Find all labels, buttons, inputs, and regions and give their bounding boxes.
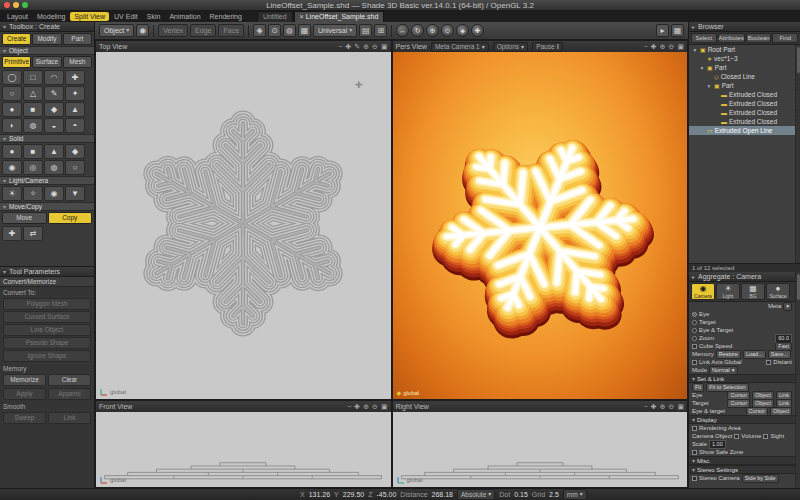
tree-row[interactable]: ▭Extruded Open Line·· (689, 126, 800, 135)
aggregate-tab-camera[interactable]: ◉Camera (691, 283, 715, 300)
pers-view-canvas[interactable]: ◆ global (393, 52, 688, 399)
axis-indicator[interactable]: global (100, 388, 126, 396)
tree-row[interactable]: ▬Extruded Closed·· (689, 90, 800, 99)
eye-target-cursor-button[interactable]: Cursor (746, 407, 769, 416)
primitive-shape-1-icon[interactable]: □ (23, 70, 43, 85)
zoom-out-icon[interactable]: − (644, 402, 648, 411)
manipulator-5-icon[interactable]: ✚ (471, 24, 484, 37)
pencil-icon[interactable]: ✎ (354, 42, 360, 51)
primitive-shape-8-icon[interactable]: ● (2, 102, 22, 117)
browser-scrollbar[interactable] (795, 45, 800, 263)
eye-target-radio[interactable] (692, 328, 697, 333)
misc-section[interactable]: ▾Misc. (689, 456, 795, 465)
zoom-in-icon[interactable]: ✚ (354, 402, 360, 411)
magnify-out-icon[interactable]: ⊖ (372, 42, 378, 51)
light-camera-3-icon[interactable]: ▼ (65, 186, 85, 201)
show-safe-zone-checkbox[interactable] (692, 450, 697, 455)
grid-tool-0-icon[interactable]: ▤ (359, 24, 372, 37)
right-view-canvas[interactable]: global (393, 412, 688, 487)
solid-section-header[interactable]: ▾ Solid (0, 134, 94, 143)
append-button[interactable]: Append (48, 388, 91, 400)
move-copy-section-header[interactable]: ▾ Move/Copy (0, 202, 94, 211)
tree-row[interactable]: ▾▣Part·· (689, 81, 800, 90)
maximize-view-icon[interactable]: ▣ (677, 402, 684, 411)
light-camera-section-header[interactable]: ▾ Light/Camera (0, 176, 94, 185)
convert-option-2[interactable]: Line Object (3, 324, 91, 336)
aggregate-tab-bg[interactable]: ▦BG (741, 283, 765, 300)
magnify-out-icon[interactable]: ⊖ (669, 402, 675, 411)
primitive-tab[interactable]: Primitive (2, 56, 31, 68)
tree-row[interactable]: ∗vec*1~3·· (689, 54, 800, 63)
eye-target-object-button[interactable]: Object (770, 407, 792, 416)
primitive-shape-15-icon[interactable]: ◓ (65, 118, 85, 133)
primitive-shape-2-icon[interactable]: ◠ (44, 70, 64, 85)
primitive-shape-6-icon[interactable]: ✎ (44, 86, 64, 101)
axis-indicator[interactable]: global (100, 476, 126, 484)
browser-tab-select[interactable]: Select (691, 33, 717, 43)
distant-checkbox[interactable] (766, 360, 771, 365)
cube-speed-checkbox[interactable] (692, 344, 697, 349)
create-button[interactable]: Create (2, 33, 31, 45)
snap-tool-1-icon[interactable]: ⊙ (268, 24, 281, 37)
universal-manipulator-dropdown[interactable]: Universal ▾ (313, 24, 357, 37)
zoom-in-icon[interactable]: ✚ (651, 402, 657, 411)
manipulator-4-icon[interactable]: ◈ (456, 24, 469, 37)
menu-item-layout[interactable]: Layout (3, 12, 32, 21)
part-button[interactable]: Part (63, 33, 92, 45)
zoom-in-icon[interactable]: ✚ (651, 42, 657, 51)
magnify-in-icon[interactable]: ⊕ (660, 402, 666, 411)
browser-header[interactable]: ▸ Browser (689, 22, 800, 32)
top-view-canvas[interactable]: ✚ global (96, 52, 391, 399)
maximize-view-icon[interactable]: ▣ (381, 402, 388, 411)
menu-item-animation[interactable]: Animation (165, 12, 204, 21)
solid-shape-2-icon[interactable]: ▲ (44, 144, 64, 159)
move-button[interactable]: Move (2, 212, 47, 224)
browser-tab-find[interactable]: Find (772, 33, 798, 43)
solid-shape-5-icon[interactable]: ◎ (23, 160, 43, 175)
tree-row[interactable]: ▾▣Part·· (689, 63, 800, 72)
tree-row[interactable]: ◇Closed Line·· (689, 72, 800, 81)
modify-button[interactable]: Modify (32, 33, 61, 45)
primitive-shape-12-icon[interactable]: ◗ (2, 118, 22, 133)
primitive-shape-9-icon[interactable]: ■ (23, 102, 43, 117)
link-axis-checkbox[interactable] (692, 360, 697, 365)
memorize-button[interactable]: Memorize (3, 374, 46, 386)
zoom-in-icon[interactable]: ✚ (345, 42, 351, 51)
convert-option-1[interactable]: Curved Surface (3, 311, 91, 323)
convert-option-0[interactable]: Polygon Mesh (3, 298, 91, 310)
light-camera-0-icon[interactable]: ☀ (2, 186, 22, 201)
light-camera-2-icon[interactable]: ◉ (44, 186, 64, 201)
move-copy-tool-1-icon[interactable]: ⇄ (23, 226, 43, 241)
snap-tool-2-icon[interactable]: ◍ (283, 24, 296, 37)
grid-tool-1-icon[interactable]: ⊞ (374, 24, 387, 37)
menu-item-skin[interactable]: Skin (143, 12, 165, 21)
camera-select-dropdown[interactable]: Meta Camera 1 ▾ (431, 42, 489, 52)
edge-mode-button[interactable]: Edge (190, 24, 216, 37)
mesh-tab[interactable]: Mesh (63, 56, 92, 68)
collapse-icon[interactable]: ▾ (699, 65, 705, 71)
eye-radio[interactable] (692, 312, 697, 317)
front-view-canvas[interactable]: global (96, 412, 391, 487)
axis-indicator[interactable]: ◆ global (397, 389, 420, 396)
scale-value-field[interactable]: 1.00 (709, 440, 726, 449)
face-mode-button[interactable]: Face (218, 24, 244, 37)
object-mode-dropdown[interactable]: Object ▾ (99, 24, 134, 37)
collapse-icon[interactable]: ▾ (692, 47, 698, 53)
maximize-view-icon[interactable]: ▣ (677, 42, 684, 51)
primitive-shape-10-icon[interactable]: ◆ (44, 102, 64, 117)
zoom-out-icon[interactable]: − (347, 402, 351, 411)
menu-item-rendering[interactable]: Rendering (206, 12, 246, 21)
restore-button[interactable]: Restore (716, 350, 741, 359)
display-section[interactable]: ▾Display (689, 415, 795, 424)
primitive-shape-0-icon[interactable]: ◯ (2, 70, 22, 85)
manipulator-2-icon[interactable]: ⊕ (426, 24, 439, 37)
sweep-button[interactable]: Sweep (3, 412, 46, 424)
camera-tool-icon[interactable]: ◉ (136, 24, 149, 37)
aggregate-tab-light[interactable]: ☀Light (716, 283, 740, 300)
viewport-right[interactable]: Right View − ✚ ⊕ ⊖ ▣ (392, 400, 689, 488)
link-button[interactable]: Link (48, 412, 91, 424)
stereo-camera-checkbox[interactable] (692, 476, 697, 481)
surface-tab[interactable]: Surface (32, 56, 61, 68)
save-button[interactable]: Save... (768, 350, 791, 359)
tree-row[interactable]: ▬Extruded Closed·· (689, 99, 800, 108)
